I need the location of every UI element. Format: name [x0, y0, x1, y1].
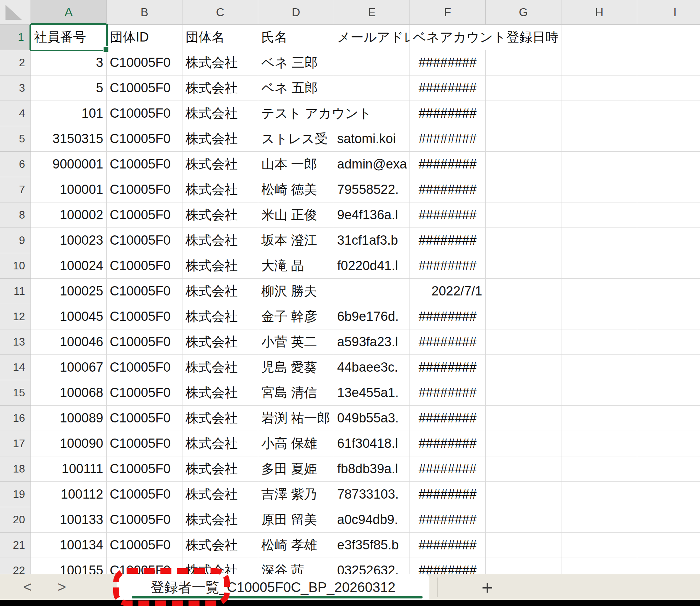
cell-B15[interactable]: C10005F0 — [107, 380, 182, 406]
cell-E18[interactable]: fb8db39a.l — [334, 456, 410, 482]
cell-I19[interactable] — [637, 482, 700, 507]
row-header-4[interactable]: 4 — [0, 101, 31, 126]
cell-B21[interactable]: C10005F0 — [107, 533, 182, 558]
cell-I8[interactable] — [637, 202, 700, 228]
cell-G15[interactable] — [486, 380, 561, 406]
cell-I7[interactable] — [637, 177, 700, 202]
cell-H21[interactable] — [561, 533, 637, 558]
row-header-18[interactable]: 18 — [0, 456, 31, 482]
cell-H1[interactable] — [561, 25, 637, 50]
cell-F6[interactable]: ######## — [410, 152, 486, 177]
column-header-A[interactable]: A — [31, 0, 107, 25]
cell-I15[interactable] — [637, 380, 700, 406]
row-header-10[interactable]: 10 — [0, 253, 31, 279]
row-header-11[interactable]: 11 — [0, 279, 31, 304]
active-sheet-tab[interactable]: 登録者一覧_C10005F0C_BP_20260312 — [117, 574, 429, 600]
row-header-17[interactable]: 17 — [0, 431, 31, 456]
cell-H9[interactable] — [561, 228, 637, 253]
row-header-20[interactable]: 20 — [0, 507, 31, 533]
cell-D8[interactable]: 米山 正俊 — [258, 202, 334, 228]
cell-E1[interactable]: メールアドレス — [334, 25, 410, 50]
cell-F8[interactable]: ######## — [410, 202, 486, 228]
cell-G19[interactable] — [486, 482, 561, 507]
cell-E11[interactable] — [334, 279, 410, 304]
cell-F17[interactable]: ######## — [410, 431, 486, 456]
row-header-12[interactable]: 12 — [0, 304, 31, 329]
cell-G5[interactable] — [486, 126, 561, 152]
cell-C5[interactable]: 株式会社 — [182, 126, 258, 152]
cell-H12[interactable] — [561, 304, 637, 329]
cell-B1[interactable]: 団体ID — [107, 25, 182, 50]
cell-I3[interactable] — [637, 75, 700, 101]
cell-F19[interactable]: ######## — [410, 482, 486, 507]
cell-B17[interactable]: C10005F0 — [107, 431, 182, 456]
cell-H18[interactable] — [561, 456, 637, 482]
cell-H3[interactable] — [561, 75, 637, 101]
column-header-F[interactable]: F — [410, 0, 486, 25]
cell-D6[interactable]: 山本 一郎 — [258, 152, 334, 177]
select-all-corner[interactable] — [0, 0, 31, 25]
cell-A1[interactable]: 社員番号 — [31, 25, 107, 50]
cell-C21[interactable]: 株式会社 — [182, 533, 258, 558]
cell-G3[interactable] — [486, 75, 561, 101]
cell-D18[interactable]: 多田 夏姫 — [258, 456, 334, 482]
cell-I20[interactable] — [637, 507, 700, 533]
cell-D12[interactable]: 金子 幹彦 — [258, 304, 334, 329]
row-header-16[interactable]: 16 — [0, 406, 31, 431]
cell-F4[interactable]: ######## — [410, 101, 486, 126]
cell-G9[interactable] — [486, 228, 561, 253]
add-sheet-button[interactable]: + — [475, 574, 499, 600]
cell-D1[interactable]: 氏名 — [258, 25, 334, 50]
cell-D16[interactable]: 岩渕 祐一郎 — [258, 406, 334, 431]
column-header-E[interactable]: E — [334, 0, 410, 25]
row-header-21[interactable]: 21 — [0, 533, 31, 558]
cell-A16[interactable]: 100089 — [31, 406, 107, 431]
cell-H10[interactable] — [561, 253, 637, 279]
cell-H15[interactable] — [561, 380, 637, 406]
row-header-7[interactable]: 7 — [0, 177, 31, 202]
cell-C10[interactable]: 株式会社 — [182, 253, 258, 279]
cell-B8[interactable]: C10005F0 — [107, 202, 182, 228]
cell-B18[interactable]: C10005F0 — [107, 456, 182, 482]
cell-I17[interactable] — [637, 431, 700, 456]
cell-E14[interactable]: 44baee3c. — [334, 355, 410, 380]
cell-F21[interactable]: ######## — [410, 533, 486, 558]
cell-H17[interactable] — [561, 431, 637, 456]
row-header-6[interactable]: 6 — [0, 152, 31, 177]
cell-I21[interactable] — [637, 533, 700, 558]
cell-E12[interactable]: 6b9e176d. — [334, 304, 410, 329]
cell-I6[interactable] — [637, 152, 700, 177]
cell-E2[interactable] — [334, 50, 410, 75]
cell-B7[interactable]: C10005F0 — [107, 177, 182, 202]
cell-E13[interactable]: a593fa23.l — [334, 329, 410, 355]
cell-H2[interactable] — [561, 50, 637, 75]
cell-F1[interactable]: ベネアカウント登録日時 — [410, 25, 486, 50]
row-header-14[interactable]: 14 — [0, 355, 31, 380]
cell-G4[interactable] — [486, 101, 561, 126]
cell-C3[interactable]: 株式会社 — [182, 75, 258, 101]
cell-B5[interactable]: C10005F0 — [107, 126, 182, 152]
cell-D10[interactable]: 大滝 晶 — [258, 253, 334, 279]
cell-C20[interactable]: 株式会社 — [182, 507, 258, 533]
cell-D17[interactable]: 小高 保雄 — [258, 431, 334, 456]
cell-A11[interactable]: 100025 — [31, 279, 107, 304]
row-header-5[interactable]: 5 — [0, 126, 31, 152]
cell-F10[interactable]: ######## — [410, 253, 486, 279]
cell-I14[interactable] — [637, 355, 700, 380]
cell-B10[interactable]: C10005F0 — [107, 253, 182, 279]
cell-B19[interactable]: C10005F0 — [107, 482, 182, 507]
cell-B4[interactable]: C10005F0 — [107, 101, 182, 126]
cell-E17[interactable]: 61f30418.l — [334, 431, 410, 456]
cell-C11[interactable]: 株式会社 — [182, 279, 258, 304]
cell-A21[interactable]: 100134 — [31, 533, 107, 558]
cell-C2[interactable]: 株式会社 — [182, 50, 258, 75]
cell-D21[interactable]: 松崎 孝雄 — [258, 533, 334, 558]
cell-B3[interactable]: C10005F0 — [107, 75, 182, 101]
cell-B20[interactable]: C10005F0 — [107, 507, 182, 533]
cell-G13[interactable] — [486, 329, 561, 355]
column-header-C[interactable]: C — [182, 0, 258, 25]
cell-I9[interactable] — [637, 228, 700, 253]
cell-D20[interactable]: 原田 留美 — [258, 507, 334, 533]
column-header-D[interactable]: D — [258, 0, 334, 25]
cell-G17[interactable] — [486, 431, 561, 456]
